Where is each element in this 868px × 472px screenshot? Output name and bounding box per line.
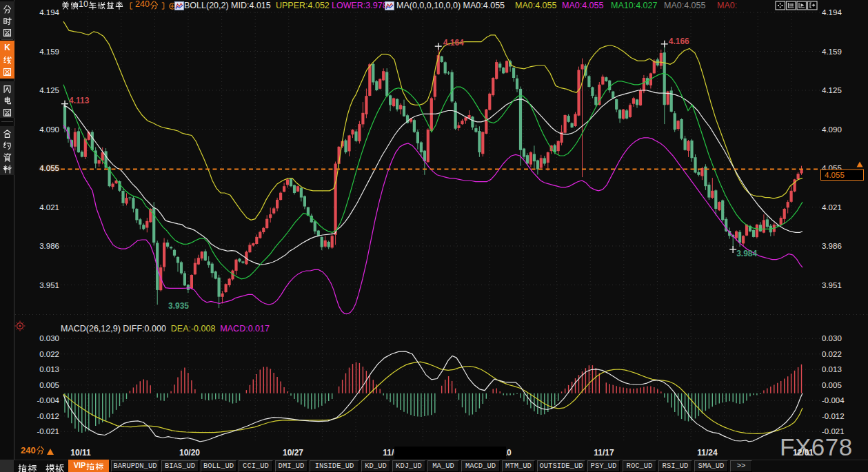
svg-text:4.055: 4.055: [39, 164, 59, 172]
svg-text:-0.012: -0.012: [822, 412, 845, 420]
svg-text:4.021: 4.021: [822, 203, 842, 212]
svg-text:-0.004: -0.004: [822, 396, 845, 404]
svg-text:0.013: 0.013: [39, 365, 59, 373]
svg-text:3.986: 3.986: [39, 242, 59, 250]
svg-text:4.021: 4.021: [39, 203, 59, 212]
svg-text:11/24: 11/24: [697, 448, 718, 458]
svg-text:0.013: 0.013: [822, 365, 842, 373]
svg-text:11/17: 11/17: [594, 448, 614, 458]
svg-text:4.113: 4.113: [69, 96, 90, 105]
svg-text:3.951: 3.951: [39, 281, 59, 289]
svg-text:-0.004: -0.004: [37, 396, 59, 404]
svg-text:4.166: 4.166: [669, 37, 689, 46]
svg-text:0.022: 0.022: [39, 350, 59, 358]
svg-text:10/11: 10/11: [70, 448, 91, 458]
svg-text:4.125: 4.125: [39, 86, 59, 94]
svg-text:0.030: 0.030: [822, 334, 842, 342]
svg-text:0.030: 0.030: [39, 334, 59, 342]
svg-text:12/01: 12/01: [793, 448, 814, 458]
svg-text:-0.012: -0.012: [37, 412, 59, 420]
svg-text:0.005: 0.005: [822, 381, 842, 389]
svg-text:4.159: 4.159: [822, 48, 842, 56]
svg-text:FX678: FX678: [780, 433, 853, 460]
svg-text:0.005: 0.005: [39, 381, 59, 389]
svg-text:3.935: 3.935: [168, 301, 189, 311]
svg-text:3.984: 3.984: [736, 249, 757, 258]
svg-text:10/27: 10/27: [283, 448, 303, 458]
svg-text:4.164: 4.164: [443, 38, 464, 48]
svg-text:-0.021: -0.021: [37, 427, 59, 435]
svg-text:3.951: 3.951: [822, 281, 842, 289]
svg-text:4.159: 4.159: [39, 48, 59, 56]
svg-text:0.022: 0.022: [822, 350, 842, 358]
svg-text:3.986: 3.986: [822, 242, 842, 250]
svg-text:4.090: 4.090: [822, 125, 842, 134]
svg-text:4.090: 4.090: [39, 125, 59, 134]
svg-text:10/20: 10/20: [179, 448, 200, 458]
svg-text:4.125: 4.125: [822, 86, 842, 94]
svg-text:4.055: 4.055: [825, 171, 845, 179]
